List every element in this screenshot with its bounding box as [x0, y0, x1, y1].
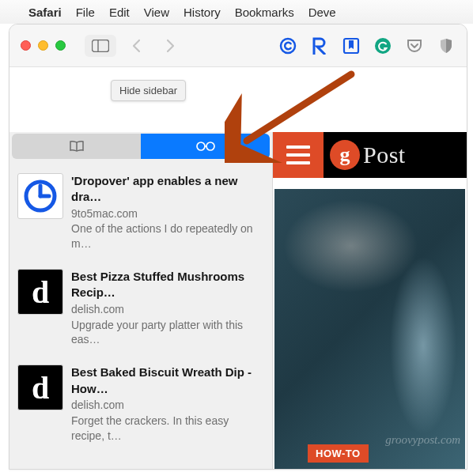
- site-logo[interactable]: g Post: [324, 132, 467, 178]
- menu-file[interactable]: File: [76, 6, 95, 19]
- item-thumbnail: d: [17, 365, 63, 410]
- svg-point-6: [197, 142, 205, 150]
- reading-list: 'Dropover' app enables a new dra… 9to5ma…: [9, 161, 272, 469]
- close-window-button[interactable]: [21, 40, 31, 51]
- svg-rect-0: [93, 40, 109, 51]
- toolbar-extensions: [278, 36, 456, 55]
- sidebar-tabstrip: [12, 134, 270, 159]
- menu-safari[interactable]: Safari: [28, 6, 62, 19]
- glasses-icon: [195, 141, 216, 152]
- hero-watermark: groovypost.com: [385, 433, 460, 447]
- forward-button[interactable]: [157, 35, 183, 57]
- webpage-viewport: g Post groovypost.com HOW-TO: [273, 132, 467, 469]
- svg-point-2: [281, 39, 295, 53]
- item-preview: One of the actions I do repeatedly on m…: [71, 221, 264, 251]
- minimize-window-button[interactable]: [38, 40, 48, 51]
- zoom-window-button[interactable]: [55, 40, 66, 51]
- hero-category-badge: HOW-TO: [308, 444, 369, 463]
- sidebar-icon: [92, 40, 109, 52]
- extension-c-icon[interactable]: [278, 36, 297, 55]
- item-title: Best Pizza Stuffed Mushrooms Recip…: [71, 269, 264, 301]
- menu-develop[interactable]: Deve: [308, 6, 336, 19]
- safari-window: Hide sidebar: [9, 24, 467, 470]
- item-body: Best Pizza Stuffed Mushrooms Recip… deli…: [71, 269, 264, 347]
- reading-list-item[interactable]: d Best Pizza Stuffed Mushrooms Recip… de…: [9, 261, 272, 357]
- item-body: 'Dropover' app enables a new dra… 9to5ma…: [71, 173, 264, 251]
- back-button[interactable]: [124, 35, 149, 57]
- window-content: 'Dropover' app enables a new dra… 9to5ma…: [9, 132, 467, 469]
- item-body: Best Baked Biscuit Wreath Dip - How… del…: [71, 365, 264, 443]
- item-thumbnail: d: [17, 269, 63, 315]
- clock-icon: [23, 179, 58, 213]
- book-icon: [69, 140, 85, 153]
- item-preview: Upgrade your party platter with this eas…: [71, 318, 264, 348]
- sidebar-tab-reading-list[interactable]: [141, 134, 270, 159]
- safari-sidebar: 'Dropover' app enables a new dra… 9to5ma…: [9, 132, 273, 469]
- chevron-left-icon: [131, 39, 142, 53]
- extension-grammarly-icon[interactable]: [373, 36, 392, 55]
- menu-history[interactable]: History: [184, 6, 221, 19]
- reading-list-item[interactable]: d Best Baked Biscuit Wreath Dip - How… d…: [9, 357, 272, 452]
- sidebar-tab-bookmarks[interactable]: [12, 134, 141, 159]
- extension-shield-icon[interactable]: [437, 36, 456, 55]
- svg-point-4: [375, 38, 391, 54]
- item-title: Best Baked Biscuit Wreath Dip - How…: [71, 365, 264, 397]
- svg-point-7: [206, 142, 214, 150]
- site-logo-text: Post: [363, 142, 406, 168]
- site-menu-button[interactable]: [273, 132, 324, 178]
- safari-toolbar: [9, 25, 467, 67]
- item-thumbnail: [17, 173, 63, 219]
- extension-bookmark-icon[interactable]: [342, 36, 361, 55]
- item-preview: Forget the crackers. In this easy recipe…: [71, 414, 264, 444]
- hero-article[interactable]: groovypost.com HOW-TO: [274, 189, 465, 469]
- item-title: 'Dropover' app enables a new dra…: [71, 173, 264, 206]
- site-logo-mark: g: [330, 140, 360, 170]
- chevron-right-icon: [165, 39, 176, 53]
- sidebar-tooltip: Hide sidebar: [111, 80, 186, 101]
- item-domain: delish.com: [71, 398, 264, 413]
- site-header: g Post: [273, 132, 467, 178]
- toggle-sidebar-button[interactable]: [85, 35, 116, 57]
- reading-list-item[interactable]: 'Dropover' app enables a new dra… 9to5ma…: [9, 165, 272, 261]
- extension-r-icon[interactable]: [310, 36, 329, 55]
- window-controls: [21, 40, 66, 51]
- menu-view[interactable]: View: [144, 6, 169, 19]
- item-domain: delish.com: [71, 302, 264, 317]
- menu-bookmarks[interactable]: Bookmarks: [235, 6, 294, 19]
- item-domain: 9to5mac.com: [71, 206, 264, 221]
- extension-pocket-icon[interactable]: [405, 36, 424, 55]
- mac-menubar: Safari File Edit View History Bookmarks …: [0, 0, 473, 24]
- hero-image: [274, 189, 465, 469]
- menu-edit[interactable]: Edit: [109, 6, 130, 19]
